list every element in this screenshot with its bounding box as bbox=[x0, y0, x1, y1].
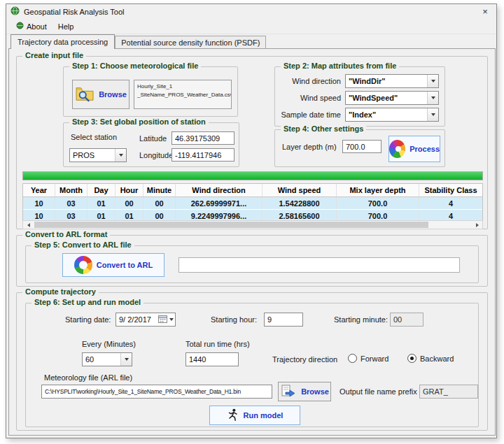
cell-stability-class: 4 bbox=[419, 197, 482, 209]
header-month: Month bbox=[55, 184, 88, 196]
process-label: Process bbox=[410, 145, 440, 153]
latitude-input[interactable]: 46.39175309 bbox=[172, 131, 234, 145]
convert-to-arl-button[interactable]: Convert to ARL bbox=[62, 253, 164, 277]
met-file-display: Hourly_Site_1 _SiteName_PROS_Weather_Dat… bbox=[134, 80, 232, 109]
wind-direction-label: Wind direction bbox=[276, 77, 341, 85]
starting-hour-input[interactable]: 9 bbox=[264, 313, 303, 327]
wind-speed-dropdown-icon[interactable] bbox=[427, 92, 438, 104]
header-mix-layer-depth: Mix layer depth bbox=[337, 184, 419, 196]
station-dropdown-icon[interactable] bbox=[115, 149, 126, 162]
backward-radio[interactable]: Backward bbox=[407, 354, 454, 363]
tab-trajectory-data-processing[interactable]: Trajectory data processing bbox=[10, 34, 115, 49]
app-window: Geospatial Risk Analysis Tool × About He… bbox=[6, 3, 497, 438]
every-minutes-dropdown-icon[interactable] bbox=[120, 353, 132, 366]
process-button[interactable]: Process bbox=[388, 136, 440, 162]
forward-radio-label: Forward bbox=[360, 355, 388, 363]
wind-direction-dropdown-icon[interactable] bbox=[427, 75, 438, 87]
every-minutes-combobox[interactable]: 60 bbox=[82, 352, 132, 366]
create-input-file-group: Create input file Step 1: Choose meteoro… bbox=[16, 56, 488, 229]
layer-depth-label: Layer depth (m) bbox=[282, 143, 337, 151]
header-wind-direction: Wind direction bbox=[176, 184, 262, 196]
longitude-input[interactable]: -119.4117946 bbox=[172, 148, 234, 162]
header-day: Day bbox=[88, 184, 115, 196]
station-combobox[interactable]: PROS bbox=[69, 148, 127, 162]
starting-date-picker[interactable]: 9/ 2/2017 bbox=[115, 313, 176, 327]
step4-group: Step 4: Other settings Layer depth (m) 7… bbox=[274, 129, 445, 167]
create-input-file-title: Create input file bbox=[22, 51, 86, 59]
close-button[interactable]: × bbox=[474, 4, 496, 19]
run-model-button[interactable]: Run model bbox=[209, 406, 300, 425]
cell-year: 10 bbox=[23, 197, 55, 209]
menu-about-label: About bbox=[27, 22, 47, 31]
step6-title: Step 6: Set up and run model bbox=[31, 298, 144, 306]
starting-minute-label: Starting minute: bbox=[334, 315, 388, 324]
wind-speed-value: "WindSpeed" bbox=[349, 94, 398, 102]
about-icon bbox=[16, 22, 24, 31]
total-run-time-input[interactable]: 1440 bbox=[186, 352, 239, 366]
wind-direction-value: "WindDir" bbox=[349, 77, 386, 85]
output-prefix-label: Output file name prefix bbox=[340, 387, 417, 396]
forward-radio-circle-icon[interactable] bbox=[348, 354, 357, 363]
step6-group: Step 6: Set up and run model Starting da… bbox=[25, 303, 479, 427]
date-dropdown-icon[interactable] bbox=[169, 318, 174, 321]
forward-radio[interactable]: Forward bbox=[348, 354, 388, 363]
starting-date-value: 9/ 2/2017 bbox=[119, 315, 151, 324]
sample-date-time-combobox[interactable]: "Index" bbox=[345, 108, 439, 122]
every-minutes-value: 60 bbox=[85, 355, 94, 364]
sample-date-time-dropdown-icon[interactable] bbox=[427, 108, 438, 121]
longitude-label: Longitude bbox=[139, 151, 173, 159]
step2-title: Step 2: Map attributes from file bbox=[281, 62, 399, 70]
weather-data-table: Year Month Day Hour Minute Wind directio… bbox=[22, 183, 483, 223]
trajectory-direction-label: Trajectory direction bbox=[272, 355, 337, 364]
total-run-time-label: Total run time (hrs) bbox=[186, 340, 250, 348]
wind-direction-combobox[interactable]: "WindDir" bbox=[345, 74, 439, 88]
compute-trajectory-group: Compute trajectory Step 6: Set up and ru… bbox=[16, 292, 488, 431]
convert-to-arl-label: Convert to ARL bbox=[97, 261, 153, 269]
wind-speed-combobox[interactable]: "WindSpeed" bbox=[345, 91, 439, 105]
menu-about[interactable]: About bbox=[10, 20, 52, 33]
table-horizontal-scrollbar[interactable] bbox=[22, 220, 483, 229]
folder-search-icon bbox=[75, 85, 94, 103]
cell-day: 01 bbox=[88, 197, 115, 209]
cell-minute: 00 bbox=[144, 197, 176, 209]
header-stability-class: Stability Class bbox=[419, 184, 482, 196]
tab-strip: Trajectory data processing Potential sou… bbox=[10, 35, 266, 49]
tab-page: Create input file Step 1: Choose meteoro… bbox=[8, 48, 496, 436]
sample-date-time-label: Sample date time bbox=[276, 110, 341, 119]
cell-mix-layer-depth: 700.0 bbox=[337, 197, 419, 209]
cell-month: 03 bbox=[55, 197, 88, 209]
scroll-right-icon[interactable] bbox=[472, 221, 482, 229]
layer-depth-input[interactable]: 700.0 bbox=[342, 140, 382, 153]
table-row[interactable]: 10 03 01 00 00 262.69999971... 1.5422880… bbox=[23, 197, 482, 210]
file-arrow-icon bbox=[280, 384, 297, 399]
browse-met-file-button[interactable]: Browse bbox=[72, 80, 130, 109]
app-icon bbox=[10, 6, 20, 18]
convert-to-arl-title: Convert to ARL format bbox=[22, 230, 110, 238]
menu-help-label: Help bbox=[58, 22, 74, 31]
step5-group: Step 5: Convert to ARL file Convert to A… bbox=[25, 245, 479, 283]
scrollbar-thumb[interactable] bbox=[34, 222, 428, 228]
menu-help[interactable]: Help bbox=[52, 20, 80, 33]
meteorology-file-input[interactable]: C:\HYSPLIT\working\Hourly_Site_1_SiteNam… bbox=[41, 385, 272, 399]
step5-title: Step 5: Convert to ARL file bbox=[31, 241, 134, 249]
backward-radio-label: Backward bbox=[420, 355, 454, 363]
scroll-left-icon[interactable] bbox=[23, 221, 34, 229]
step3-group: Step 3: Set global position of station S… bbox=[63, 122, 239, 167]
process-pinwheel-icon bbox=[389, 140, 405, 158]
browse-arl-file-button[interactable]: Browse bbox=[278, 382, 331, 401]
met-file-line2: _SiteName_PROS_Weather_Data.csv bbox=[137, 91, 228, 99]
header-hour: Hour bbox=[115, 184, 144, 196]
step2-group: Step 2: Map attributes from file Wind di… bbox=[274, 66, 445, 127]
window-title: Geospatial Risk Analysis Tool bbox=[24, 8, 124, 16]
output-prefix-input[interactable]: GRAT_ bbox=[419, 385, 478, 399]
tab-psdf[interactable]: Potential source density function (PSDF) bbox=[115, 36, 266, 49]
station-value: PROS bbox=[73, 151, 94, 159]
table-header-row: Year Month Day Hour Minute Wind directio… bbox=[23, 184, 482, 197]
scrollbar-track[interactable] bbox=[34, 221, 472, 229]
run-model-label: Run model bbox=[244, 411, 284, 420]
backward-radio-circle-icon[interactable] bbox=[407, 354, 416, 363]
calendar-icon[interactable] bbox=[158, 315, 167, 324]
convert-color-ring-icon bbox=[74, 256, 92, 274]
select-station-label: Select station bbox=[71, 133, 117, 141]
import-progress-fill bbox=[23, 172, 482, 180]
